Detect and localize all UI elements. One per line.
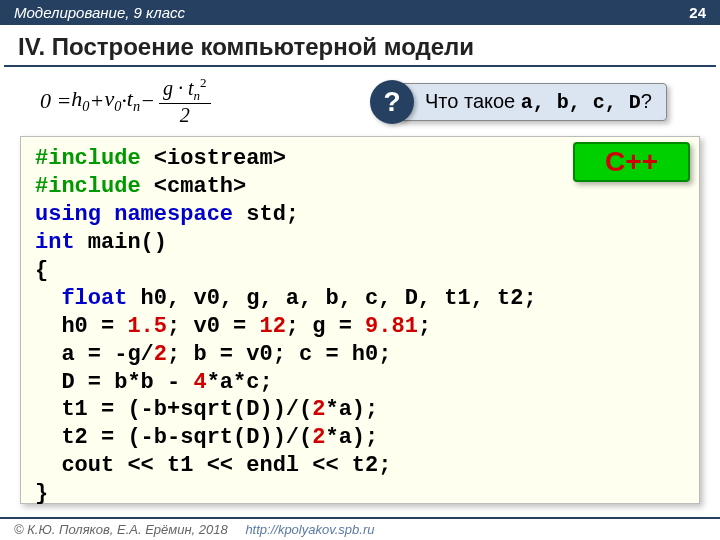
question-text: Что такое a, b, c, D?: [398, 83, 667, 121]
footer-copyright: © К.Ю. Поляков, Е.А. Ерёмин, 2018: [14, 522, 228, 537]
slide: Моделирование, 9 класс 24 IV. Построение…: [0, 0, 720, 540]
formula-v0: v0: [104, 86, 121, 115]
formula-tn: tn: [127, 86, 140, 115]
fraction-num: g · tn2: [159, 76, 211, 104]
question-mark-icon: ?: [370, 80, 414, 124]
code-block: #include <iostream> #include <cmath> usi…: [20, 136, 700, 504]
formula-h0: h0: [71, 86, 89, 115]
formula-lhs: 0 =: [40, 88, 71, 114]
formula: 0 = h0 + v0 · tn − g · tn2 2: [40, 76, 211, 126]
question-callout: ? Что такое a, b, c, D?: [370, 80, 667, 124]
header-subject: Моделирование, 9 класс: [14, 4, 185, 21]
formula-fraction: g · tn2 2: [159, 76, 211, 126]
page-number: 24: [689, 4, 706, 21]
header-bar: Моделирование, 9 класс 24: [0, 0, 720, 25]
footer: © К.Ю. Поляков, Е.А. Ерёмин, 2018 http:/…: [0, 517, 720, 540]
footer-link: http://kpolyakov.spb.ru: [245, 522, 374, 537]
slide-title: IV. Построение компьютерной модели: [4, 25, 716, 67]
cpp-badge: С++: [573, 142, 690, 182]
fraction-den: 2: [176, 104, 194, 126]
